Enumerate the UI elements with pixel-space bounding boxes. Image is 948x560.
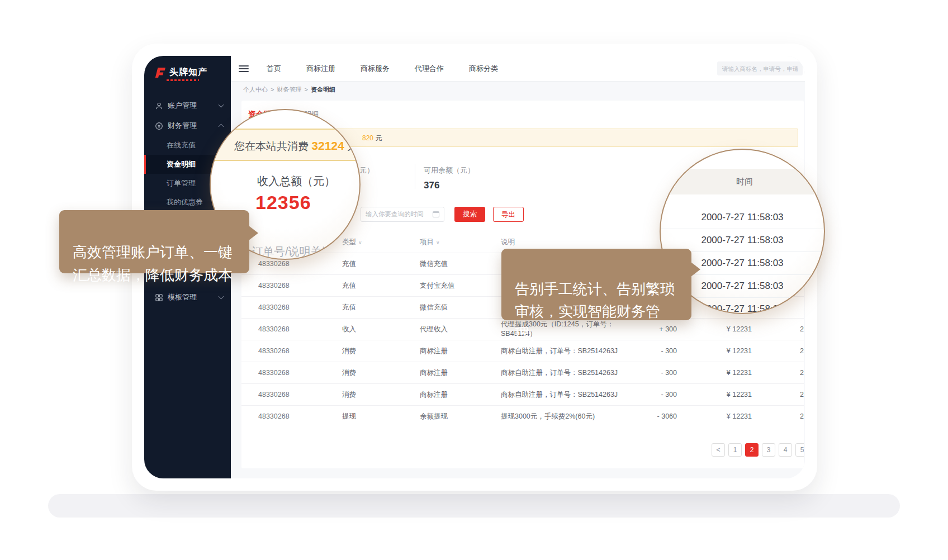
chevron-down-icon: ∨	[436, 240, 440, 245]
cell-type: 充值	[342, 259, 420, 269]
sidebar-item-label: 模板管理	[168, 292, 197, 302]
chevron-down-icon: ∨	[358, 240, 362, 245]
cell-balance: ¥ 12231	[677, 325, 752, 333]
callout-left: 高效管理账户订单、一键 汇总数据，降低财务成本	[59, 210, 249, 273]
cell-type: 提现	[342, 412, 420, 421]
cell-time: 2000-7-27 11:58:03	[752, 391, 804, 398]
cell-order: 48330268	[258, 369, 342, 377]
nav-link-商标服务[interactable]: 商标服务	[361, 64, 390, 74]
cell-project: 商标注册	[420, 390, 501, 400]
magnified-time-header: 时间	[660, 169, 825, 194]
export-button[interactable]: 导出	[493, 207, 524, 222]
nav-link-首页[interactable]: 首页	[267, 64, 281, 74]
search-button[interactable]: 搜索	[454, 207, 485, 222]
pagination-page-1[interactable]: 1	[728, 443, 742, 457]
cell-description: 商标自助注册，订单号：SB2514263J	[501, 347, 635, 356]
cell-amount: - 300	[635, 391, 677, 398]
cell-balance: ¥ 12231	[677, 412, 752, 420]
cell-description: 商标自助注册，订单号：SB2514263J	[501, 368, 635, 378]
top-nav: 首页商标注册商标服务代理合作商标分类	[267, 64, 498, 74]
cell-project: 支付宝充值	[420, 281, 501, 291]
cell-order: 48330268	[258, 260, 342, 268]
stat-balance-value: 376	[424, 180, 475, 191]
pagination-page-2[interactable]: 2	[745, 443, 759, 457]
stat-balance-label: 可用余额（元）	[424, 165, 475, 175]
sidebar-item-账户管理[interactable]: 账户管理	[144, 96, 231, 116]
cell-time: 2000-7-27 11:58:03	[752, 347, 804, 355]
stat-divider	[415, 164, 415, 189]
cell-amount: - 300	[635, 369, 677, 377]
cell-project: 微信充值	[420, 303, 501, 312]
pagination-page-5[interactable]: 5	[795, 443, 804, 457]
cell-amount: - 300	[635, 347, 677, 355]
trademark-search-input[interactable]	[717, 61, 803, 75]
cell-amount: - 3060	[635, 412, 677, 420]
logo: 头牌知产	[144, 56, 231, 78]
hamburger-menu-icon[interactable]	[239, 64, 249, 74]
sidebar-item-模板管理[interactable]: 模板管理	[144, 287, 231, 307]
breadcrumb-item[interactable]: 个人中心	[243, 86, 268, 94]
cell-project: 商标注册	[420, 368, 501, 378]
sidebar-item-label: 资金明细	[167, 159, 196, 169]
callout-left-arrow	[249, 226, 258, 240]
sidebar-item-财务管理[interactable]: 财务管理	[144, 116, 231, 136]
sidebar-item-label: 在线充值	[167, 140, 196, 150]
cell-time: 2000-7-27 11:58:03	[752, 412, 804, 420]
cell-project: 余额提现	[420, 412, 501, 421]
pagination-page-3[interactable]: 3	[762, 443, 775, 457]
chevron-down-icon	[219, 102, 224, 108]
logo-text: 头牌知产	[169, 67, 207, 77]
magnified-income-label: 收入总额（元）	[257, 174, 335, 189]
nav-link-商标分类[interactable]: 商标分类	[469, 64, 498, 74]
topbar: 首页商标注册商标服务代理合作商标分类	[231, 56, 805, 82]
pagination-prev-button[interactable]: <	[712, 443, 725, 457]
table-row[interactable]: 48330268消费商标注册商标自助注册，订单号：SB2514263J- 300…	[241, 383, 804, 405]
callout-right: 告别手工统计、告别繁琐 审核，实现智能财务管 理。	[501, 249, 691, 320]
logo-subtext-decoration	[167, 79, 199, 81]
banner-amount: 820	[362, 134, 373, 142]
breadcrumb-item[interactable]: 资金明细	[311, 86, 335, 94]
table-row[interactable]: 48330268消费商标注册商标自助注册，订单号：SB2514263J- 300…	[241, 362, 804, 383]
cell-type: 消费	[342, 368, 420, 378]
callout-right-arrow	[691, 262, 700, 277]
col-header-项目[interactable]: 项目∨	[420, 238, 501, 247]
cell-balance: ¥ 12231	[677, 369, 752, 377]
magnified-time-value: 2000-7-27 11:58:03	[661, 206, 824, 229]
magnified-banner-prefix: 您在本站共消费	[234, 140, 309, 152]
calendar-icon	[433, 211, 439, 217]
cell-order: 48330268	[258, 391, 342, 398]
template-icon	[155, 293, 163, 302]
sidebar-item-label: 财务管理	[168, 121, 197, 131]
magnified-banner: 您在本站共消费 32124 元	[210, 129, 361, 161]
col-header-说明[interactable]: 说明	[501, 238, 635, 247]
cell-type: 消费	[342, 347, 420, 356]
sidebar-item-label: 我的优惠券	[167, 197, 203, 207]
sidebar-item-label: 订单管理	[167, 178, 196, 188]
breadcrumb-separator: >	[271, 86, 274, 93]
cell-project: 商标注册	[420, 347, 501, 356]
cell-type: 消费	[342, 390, 420, 400]
time-range-input[interactable]: 输入你要查询的时间	[361, 207, 444, 222]
finance-icon	[155, 122, 163, 130]
cell-order: 48330268	[258, 325, 342, 333]
nav-link-代理合作[interactable]: 代理合作	[415, 64, 444, 74]
sidebar-item-label: 账户管理	[168, 101, 197, 111]
col-header-类型[interactable]: 类型∨	[342, 238, 420, 247]
table-row[interactable]: 48330268提现余额提现提现3000元，手续费2%(60元)- 3060¥ …	[241, 405, 804, 427]
cell-type: 充值	[342, 303, 420, 312]
pagination: <12345>	[712, 443, 804, 457]
breadcrumb-item[interactable]: 财务管理	[277, 86, 301, 94]
magnified-banner-value: 32124	[311, 139, 344, 152]
cell-balance: ¥ 12231	[677, 347, 752, 355]
user-icon	[155, 102, 163, 110]
cell-description: 商标自助注册，订单号：SB2514263J	[501, 390, 635, 400]
breadcrumb: 个人中心>财务管理>资金明细	[231, 82, 805, 97]
nav-link-商标注册[interactable]: 商标注册	[306, 64, 335, 74]
cell-amount: + 300	[635, 325, 677, 333]
cell-project: 微信充值	[420, 259, 501, 269]
cell-type: 收入	[342, 325, 420, 334]
cell-order: 48330268	[258, 412, 342, 420]
time-input-placeholder: 输入你要查询的时间	[366, 210, 433, 219]
pagination-page-4[interactable]: 4	[779, 443, 792, 457]
cell-time: 2000-7-27 11:58:03	[752, 325, 804, 333]
